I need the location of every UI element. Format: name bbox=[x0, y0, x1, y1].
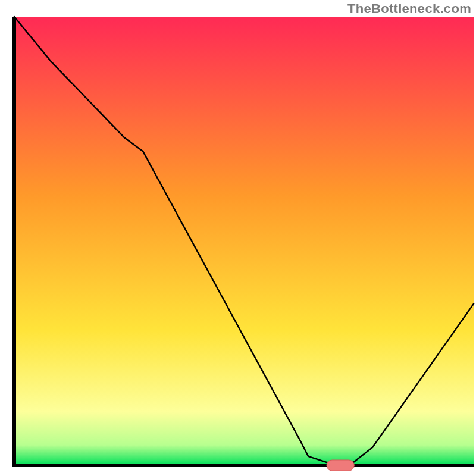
watermark-text: TheBottleneck.com bbox=[347, 1, 471, 17]
bottleneck-chart bbox=[0, 0, 476, 476]
plot-background bbox=[14, 17, 474, 465]
marker-optimal-range bbox=[327, 460, 354, 471]
chart-container: TheBottleneck.com bbox=[0, 0, 476, 476]
